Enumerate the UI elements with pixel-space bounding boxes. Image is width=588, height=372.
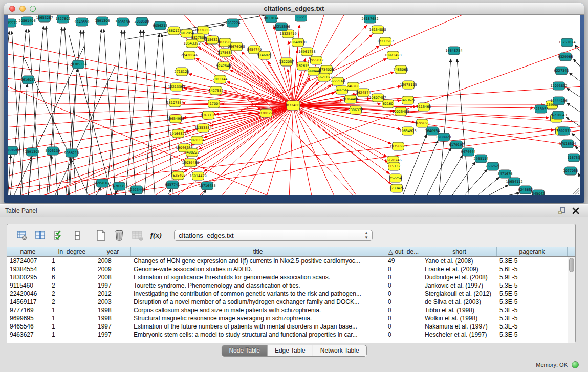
network-svg[interactable]: 1872400798601238912954182260589827509105… [8,15,580,195]
table-cell-short[interactable]: Dudbridge et al. (2008) [422,273,497,281]
table-cell-out_de[interactable]: 0 [385,331,422,339]
column-visibility-icon[interactable] [33,228,48,243]
column-header-year[interactable]: year [95,247,131,256]
column-header-out_de[interactable]: △ out_de... [385,247,422,256]
table-cell-in_degree[interactable]: 1 [49,331,95,339]
table-cell-short[interactable]: de Silva et al. (2003) [422,298,497,306]
table-cell-short[interactable]: Nakamura et al. (1997) [422,322,497,331]
table-cell-in_degree[interactable]: 1 [49,257,95,265]
table-cell-year[interactable]: 1998 [95,306,131,314]
table-cell-short[interactable]: Yano et al. (2008) [422,257,497,265]
table-cell-pagerank[interactable]: 5.9E-5 [497,273,568,281]
table-row[interactable]: 946554611997Estimation of the future num… [7,322,568,331]
table-cell-in_degree[interactable]: 1 [49,322,95,331]
table-cell-in_degree[interactable]: 2 [49,298,95,306]
table-cell-out_de[interactable]: 0 [385,298,422,306]
table-cell-name[interactable]: 22420046 [7,290,49,298]
table-cell-title[interactable]: Estimation of the future numbers of pati… [131,322,385,331]
column-header-pagerank[interactable]: pagerank [497,247,568,256]
table-cell-pagerank[interactable]: 5.3E-5 [497,314,568,322]
scrollbar-thumb[interactable] [569,258,574,272]
table-cell-pagerank[interactable]: 5.3E-5 [497,298,568,306]
table-cell-in_degree[interactable]: 2 [49,290,95,298]
table-cell-out_de[interactable]: 0 [385,306,422,314]
table-cell-year[interactable]: 2012 [95,290,131,298]
column-header-title[interactable]: title [131,247,385,256]
table-row[interactable]: 946362711997Embryonic stem cells: a mode… [7,331,568,339]
delete-table-icon[interactable] [112,228,127,243]
tab-node-table[interactable]: Node Table [222,345,268,356]
table-cell-name[interactable]: 14569117 [7,298,49,306]
table-settings-icon[interactable] [14,228,30,243]
table-cell-title[interactable]: Investigating the contribution of common… [131,290,385,298]
column-header-short[interactable]: short [422,247,497,256]
table-cell-title[interactable]: Genome-wide association studies in ADHD. [131,265,385,273]
float-panel-icon[interactable] [558,207,567,215]
table-row[interactable]: 2242004622012Investigating the contribut… [7,290,568,298]
table-cell-in_degree[interactable]: 6 [49,265,95,273]
table-row[interactable]: 969969511998Structural magnetic resonanc… [7,314,568,322]
table-cell-pagerank[interactable]: 5.3E-5 [497,322,568,331]
table-cell-year[interactable]: 2009 [95,265,131,273]
table-cell-out_de[interactable]: 0 [385,265,422,273]
table-cell-in_degree[interactable]: 1 [49,306,95,314]
select-rows-icon[interactable] [51,228,67,243]
new-table-icon[interactable] [93,228,108,243]
table-cell-short[interactable]: Tibbo et al. (1998) [422,306,497,314]
table-cell-short[interactable]: Jankovic et al. (1997) [422,281,497,290]
table-cell-title[interactable]: Corpus callosum shape and size in male p… [131,306,385,314]
table-cell-out_de[interactable]: 0 [385,322,422,331]
column-header-in_degree[interactable]: in_degree [49,247,95,256]
table-cell-title[interactable]: Structural magnetic resonance image aver… [131,314,385,322]
import-table-icon[interactable] [130,228,145,243]
table-cell-short[interactable]: Hescheler et al. (1997) [422,331,497,339]
table-cell-name[interactable]: 9465546 [7,322,49,331]
close-window-button[interactable] [9,6,15,12]
table-cell-in_degree[interactable]: 1 [49,314,95,322]
table-cell-in_degree[interactable]: 2 [49,281,95,290]
table-row[interactable]: 911546021997Tourette syndrome. Phenomeno… [7,281,568,290]
table-selector-dropdown[interactable]: citations_edges.txt ▲▼ [174,230,373,241]
vertical-scrollbar[interactable] [568,257,575,343]
table-cell-name[interactable]: 9777169 [7,306,49,314]
table-row[interactable]: 1830029562008Estimation of significance … [7,273,568,281]
table-cell-year[interactable]: 1997 [95,281,131,290]
table-cell-name[interactable]: 9463627 [7,331,49,339]
table-cell-out_de[interactable]: 49 [385,257,422,265]
table-cell-pagerank[interactable]: 5.6E-5 [497,265,568,273]
table-row[interactable]: 1938455462009Genome-wide association stu… [7,265,568,273]
table-cell-out_de[interactable]: 0 [385,273,422,281]
table-cell-pagerank[interactable]: 5.3E-5 [497,331,568,339]
table-cell-title[interactable]: Estimation of significance thresholds fo… [131,273,385,281]
table-cell-year[interactable]: 2008 [95,273,131,281]
close-panel-icon[interactable] [572,207,580,215]
zoom-window-button[interactable] [30,6,36,12]
table-cell-pagerank[interactable]: 5.3E-5 [497,281,568,290]
table-row[interactable]: 1872400712008Changes of HCN gene express… [7,257,568,265]
tab-edge-table[interactable]: Edge Table [268,345,313,356]
table-cell-name[interactable]: 9115460 [7,281,49,290]
table-cell-year[interactable]: 2008 [95,257,131,265]
table-cell-year[interactable]: 1998 [95,314,131,322]
table-cell-year[interactable]: 2003 [95,298,131,306]
resize-grip-icon[interactable] [578,193,579,194]
network-canvas[interactable]: 1872400798601238912954182260589827509105… [8,15,580,195]
table-row[interactable]: 1456911722003Disruption of a novel membe… [7,298,568,306]
table-cell-short[interactable]: Wolkin et al. (1998) [422,314,497,322]
table-row[interactable]: 977716911998Corpus callosum shape and si… [7,306,568,314]
table-cell-title[interactable]: Disruption of a novel member of a sodium… [131,298,385,306]
window-titlebar[interactable]: citations_edges.txt [4,3,584,15]
table-cell-in_degree[interactable]: 6 [49,273,95,281]
table-cell-name[interactable]: 9699695 [7,314,49,322]
table-cell-out_de[interactable]: 0 [385,281,422,290]
minimize-window-button[interactable] [19,6,26,12]
table-cell-pagerank[interactable]: 5.3E-5 [497,306,568,314]
table-cell-name[interactable]: 18724007 [7,257,49,265]
table-cell-out_de[interactable]: 0 [385,290,422,298]
function-builder-icon[interactable]: f(x) [148,228,164,243]
table-cell-title[interactable]: Tourette syndrome. Phenomenology and cla… [131,281,385,290]
table-cell-title[interactable]: Embryonic stem cells: a model to study s… [131,331,385,339]
table-cell-year[interactable]: 1997 [95,331,131,339]
table-cell-pagerank[interactable]: 5.5E-5 [497,290,568,298]
table-cell-short[interactable]: Franke et al. (2009) [422,265,497,273]
